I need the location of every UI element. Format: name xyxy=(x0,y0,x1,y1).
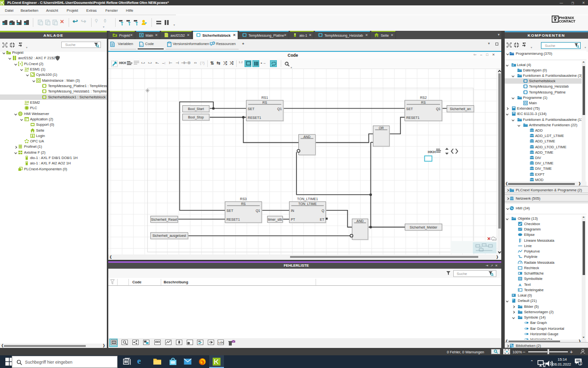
svg-text:IN: IN xyxy=(291,209,294,212)
svg-text:OR: OR xyxy=(379,126,384,130)
svg-text:1: 1 xyxy=(580,362,582,365)
svg-text:RESET1: RESET1 xyxy=(406,116,419,119)
svg-text:Sicherheit_Reset: Sicherheit_Reset xyxy=(151,218,177,222)
svg-text:?: ? xyxy=(213,42,215,45)
svg-text:Sicherheit_ausgeloest: Sicherheit_ausgeloest xyxy=(152,234,186,238)
svg-text:TON_LTIME: TON_LTIME xyxy=(298,202,317,206)
svg-text:Sicherheit_an: Sicherheit_an xyxy=(450,107,471,111)
svg-text:SET: SET xyxy=(226,209,233,212)
svg-text:CONTACT: CONTACT xyxy=(559,19,576,23)
svg-text:LOG: LOG xyxy=(219,341,224,344)
svg-text:1H: 1H xyxy=(24,67,29,71)
svg-text:AND: AND xyxy=(357,219,364,223)
svg-text:Bool_Start: Bool_Start xyxy=(188,107,204,111)
svg-text:RS3: RS3 xyxy=(240,197,247,201)
svg-text:RS: RS xyxy=(421,101,426,104)
svg-text:RESET1: RESET1 xyxy=(248,116,261,119)
svg-text:RESET1: RESET1 xyxy=(226,218,240,221)
svg-text:Q1: Q1 xyxy=(436,107,441,111)
svg-text:Sicherheit_Melder: Sicherheit_Melder xyxy=(410,226,438,230)
svg-text:Bool_Stop: Bool_Stop xyxy=(188,115,204,119)
svg-text:timer_stb: timer_stb xyxy=(268,218,282,222)
svg-text:RS: RS xyxy=(241,202,246,206)
svg-text:ET: ET xyxy=(320,218,325,221)
svg-text:AND: AND xyxy=(303,135,310,138)
svg-text:SET: SET xyxy=(406,107,413,111)
svg-text:RS: RS xyxy=(263,101,268,104)
svg-text:Q1: Q1 xyxy=(277,107,282,111)
svg-text:SET: SET xyxy=(248,107,255,111)
svg-text:PT: PT xyxy=(291,218,295,221)
svg-text:RS1: RS1 xyxy=(262,96,269,99)
svg-text:HKH: HKH xyxy=(428,150,436,154)
svg-text:RS2: RS2 xyxy=(420,96,427,99)
svg-text:A: A xyxy=(518,282,521,286)
svg-text:TON_LTIME1: TON_LTIME1 xyxy=(297,197,318,201)
svg-text:1H: 1H xyxy=(24,100,29,104)
svg-text:‹›: ‹› xyxy=(140,44,142,46)
svg-text:✕: ✕ xyxy=(487,236,491,241)
svg-text:Q1: Q1 xyxy=(256,209,260,213)
svg-text:Q: Q xyxy=(321,209,324,213)
